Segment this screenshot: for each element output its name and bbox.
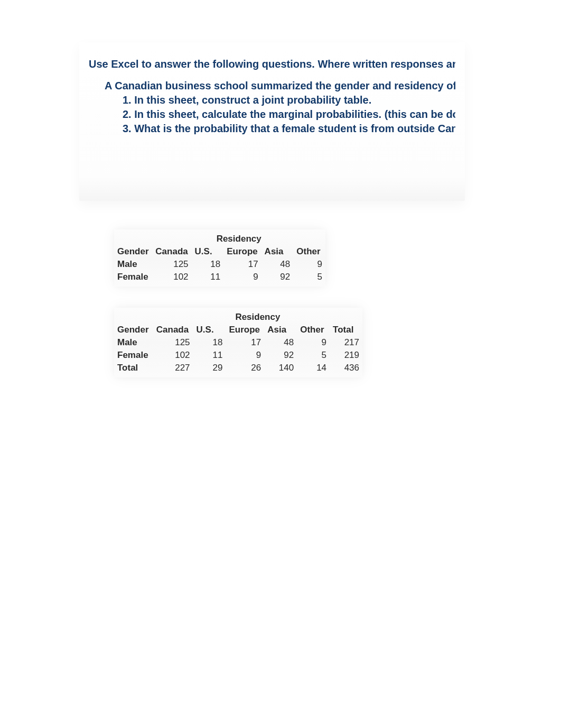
col-header: Other bbox=[297, 324, 330, 336]
cell: 14 bbox=[297, 362, 330, 374]
table: Residency Gender Canada U.S. Europe Asia… bbox=[114, 233, 325, 283]
table-row: Male 125 18 17 48 9 217 bbox=[114, 336, 362, 349]
cell: 17 bbox=[223, 258, 261, 271]
row-label: Male bbox=[114, 258, 152, 271]
cell: 102 bbox=[153, 349, 193, 362]
cell: 9 bbox=[226, 349, 264, 362]
col-header: Europe bbox=[226, 324, 264, 336]
cell: 48 bbox=[261, 258, 294, 271]
col-header: Europe bbox=[223, 245, 261, 258]
data-table-with-totals: Residency Gender Canada U.S. Europe Asia… bbox=[114, 308, 362, 377]
table: Residency Gender Canada U.S. Europe Asia… bbox=[114, 311, 362, 374]
gender-header: Gender bbox=[114, 324, 153, 336]
col-header: Other bbox=[293, 245, 325, 258]
table-row: Male 125 18 17 48 9 bbox=[114, 258, 325, 271]
cell: 92 bbox=[261, 271, 294, 283]
table-row: Residency bbox=[114, 233, 325, 245]
table-row: Female 102 11 9 92 5 219 bbox=[114, 349, 362, 362]
cell: 11 bbox=[192, 271, 224, 283]
cell: 92 bbox=[264, 349, 297, 362]
instructions-context: A Canadian business school summarized th… bbox=[89, 79, 455, 93]
col-header: Total bbox=[330, 324, 362, 336]
cell: 5 bbox=[297, 349, 330, 362]
cell: 5 bbox=[293, 271, 325, 283]
cell: 11 bbox=[193, 349, 226, 362]
cell: 102 bbox=[152, 271, 191, 283]
instructions-item-3: 3. What is the probability that a female… bbox=[89, 122, 455, 136]
instructions-block: Use Excel to answer the following questi… bbox=[79, 42, 465, 201]
residency-header: Residency bbox=[153, 311, 362, 324]
row-label: Female bbox=[114, 349, 153, 362]
col-header: U.S. bbox=[193, 324, 226, 336]
row-label: Total bbox=[114, 362, 153, 374]
instructions-item-1: 1. In this sheet, construct a joint prob… bbox=[89, 93, 455, 107]
col-header: U.S. bbox=[192, 245, 224, 258]
col-header: Canada bbox=[152, 245, 191, 258]
cell: 17 bbox=[226, 336, 264, 349]
table-row: Gender Canada U.S. Europe Asia Other Tot… bbox=[114, 324, 362, 336]
cell: 125 bbox=[153, 336, 193, 349]
cell: 436 bbox=[330, 362, 362, 374]
instructions-item-2: 2. In this sheet, calculate the marginal… bbox=[89, 107, 455, 122]
cell: 29 bbox=[193, 362, 226, 374]
cell: 18 bbox=[193, 336, 226, 349]
cell: 18 bbox=[192, 258, 224, 271]
cell: 140 bbox=[264, 362, 297, 374]
instructions-heading: Use Excel to answer the following questi… bbox=[89, 57, 455, 71]
cell: 9 bbox=[293, 258, 325, 271]
table-row: Female 102 11 9 92 5 bbox=[114, 271, 325, 283]
data-table-original: Residency Gender Canada U.S. Europe Asia… bbox=[114, 229, 325, 287]
cell: 125 bbox=[152, 258, 191, 271]
col-header: Asia bbox=[261, 245, 294, 258]
residency-header: Residency bbox=[152, 233, 325, 245]
row-label: Female bbox=[114, 271, 152, 283]
cell: 9 bbox=[223, 271, 261, 283]
cell: 9 bbox=[297, 336, 330, 349]
cell: 26 bbox=[226, 362, 264, 374]
col-header: Canada bbox=[153, 324, 193, 336]
cell: 227 bbox=[153, 362, 193, 374]
table-row: Total 227 29 26 140 14 436 bbox=[114, 362, 362, 374]
cell: 219 bbox=[330, 349, 362, 362]
table-row: Gender Canada U.S. Europe Asia Other bbox=[114, 245, 325, 258]
cell: 48 bbox=[264, 336, 297, 349]
cell: 217 bbox=[330, 336, 362, 349]
row-label: Male bbox=[114, 336, 153, 349]
gender-header: Gender bbox=[114, 245, 152, 258]
table-row: Residency bbox=[114, 311, 362, 324]
col-header: Asia bbox=[264, 324, 297, 336]
